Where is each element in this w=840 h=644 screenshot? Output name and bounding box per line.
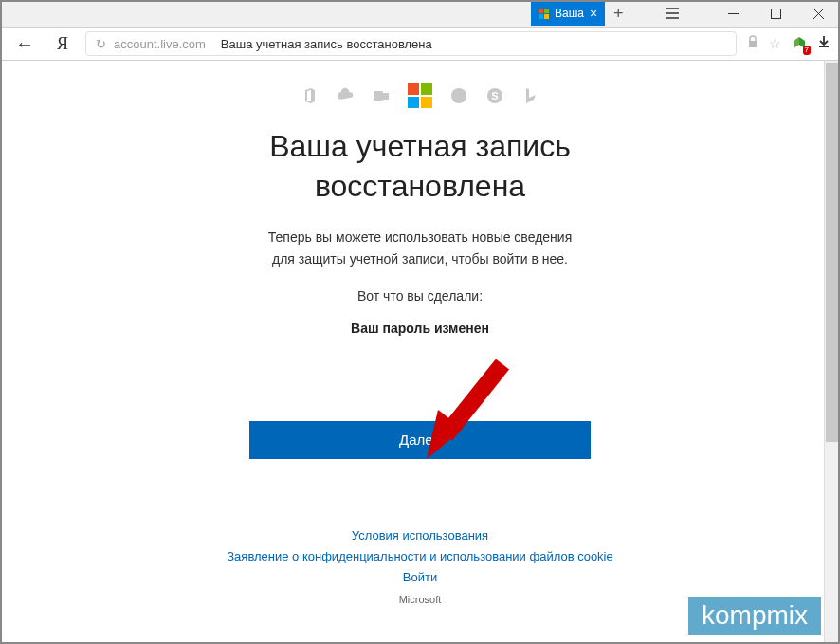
footer-links: Условия использования Заявление о конфид… — [227, 525, 612, 588]
svg-marker-8 — [794, 37, 799, 48]
scrollbar[interactable] — [824, 61, 840, 644]
svg-rect-10 — [374, 91, 383, 101]
svg-rect-7 — [749, 41, 757, 47]
privacy-link[interactable]: Заявление о конфиденциальности и использ… — [227, 546, 612, 567]
svg-point-12 — [451, 88, 466, 103]
page-content: S Ваша учетная запись восстановлена Тепе… — [0, 61, 840, 644]
bing-icon[interactable] — [521, 86, 540, 105]
page-subtext: Теперь вы можете использовать новые свед… — [268, 227, 572, 269]
close-window-button[interactable] — [797, 0, 840, 28]
new-tab-button[interactable]: + — [605, 0, 631, 27]
signin-link[interactable]: Войти — [227, 567, 612, 588]
xbox-icon[interactable] — [449, 86, 468, 105]
outlook-icon[interactable] — [372, 86, 391, 105]
url-input[interactable]: ↻ account.live.com Ваша учетная запись в… — [85, 31, 737, 56]
window-titlebar: Ваша × + — [0, 0, 840, 28]
microsoft-services-row: S — [300, 83, 540, 108]
next-button[interactable]: Далее — [249, 421, 591, 459]
watermark: kompmix — [688, 597, 821, 635]
download-icon[interactable] — [817, 35, 831, 52]
close-tab-icon[interactable]: × — [590, 6, 597, 21]
onedrive-icon[interactable] — [336, 86, 355, 105]
svg-text:S: S — [491, 90, 498, 101]
office-icon[interactable] — [300, 86, 319, 105]
skype-icon[interactable]: S — [485, 86, 504, 105]
extension-icon[interactable]: 7 — [791, 35, 808, 52]
tab-title: Ваша — [555, 7, 584, 20]
bookmark-star-icon[interactable]: ☆ — [769, 36, 781, 51]
url-host: account.live.com — [114, 37, 206, 51]
extension-badge: 7 — [803, 46, 811, 55]
refresh-icon[interactable]: ↻ — [96, 37, 106, 51]
address-bar: ← Я ↻ account.live.com Ваша учетная запи… — [0, 28, 840, 61]
browser-tab-active[interactable]: Ваша × — [531, 2, 605, 26]
minimize-button[interactable] — [712, 0, 755, 28]
what-you-did-label: Вот что вы сделали: — [357, 288, 483, 304]
url-page-title: Ваша учетная запись восстановлена — [221, 37, 432, 51]
microsoft-logo[interactable] — [408, 83, 432, 108]
password-changed-text: Ваш пароль изменен — [351, 321, 489, 336]
microsoft-favicon — [539, 9, 549, 19]
back-button[interactable]: ← — [9, 33, 40, 55]
page-heading: Ваша учетная запись восстановлена — [269, 127, 571, 206]
yandex-home-button[interactable]: Я — [49, 34, 76, 54]
svg-rect-11 — [383, 93, 389, 100]
footer-brand: Microsoft — [399, 594, 442, 605]
lock-icon[interactable] — [746, 35, 759, 52]
terms-link[interactable]: Условия использования — [227, 525, 612, 546]
hamburger-menu-icon[interactable] — [650, 0, 693, 28]
svg-rect-4 — [772, 9, 781, 18]
maximize-button[interactable] — [755, 0, 797, 28]
